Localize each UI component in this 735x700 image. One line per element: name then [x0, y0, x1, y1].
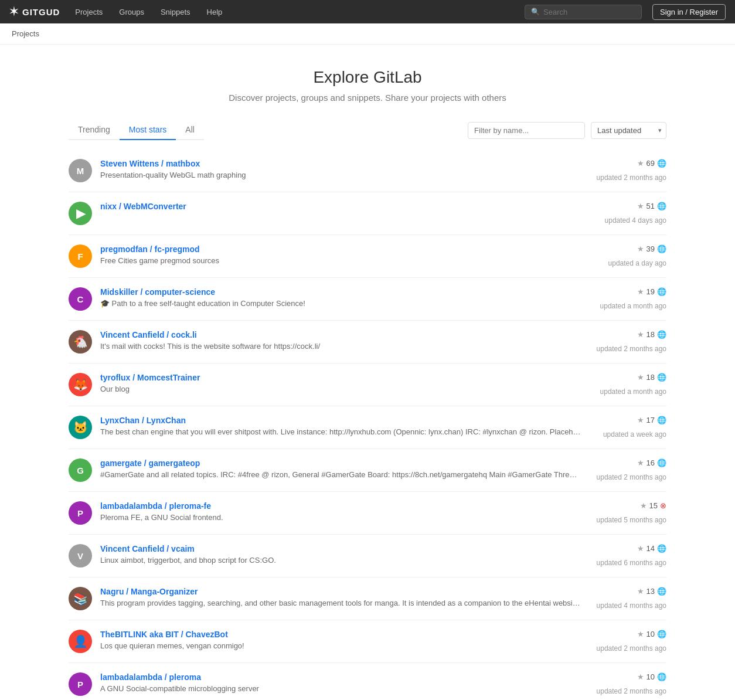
project-title[interactable]: lambadalambda / pleroma-fe — [100, 501, 211, 511]
stars-row: ★ 69 🌐 — [637, 159, 666, 168]
star-count: 17 — [646, 416, 655, 424]
tab-trending[interactable]: Trending — [69, 120, 120, 140]
project-info: Vincent Canfield / vcaim Linux aimbot, t… — [100, 544, 588, 566]
search-input[interactable] — [543, 8, 631, 16]
visibility-icon: 🌐 — [657, 244, 666, 253]
project-meta: ★ 69 🌐 updated 2 months ago — [597, 159, 666, 182]
visibility-icon: 🌐 — [657, 287, 666, 296]
project-title[interactable]: TheBITLINK aka BIT / ChavezBot — [100, 630, 228, 639]
updated-text: updated 2 months ago — [597, 644, 666, 653]
project-list: M Steven Wittens / mathbox Presentation-… — [57, 149, 678, 700]
updated-text: updated 6 months ago — [597, 559, 666, 567]
list-item: 📚 Nagru / Manga-Organizer This program p… — [69, 577, 666, 620]
star-icon: ★ — [637, 159, 644, 168]
project-title[interactable]: tyroflux / MomcestTrainer — [100, 373, 200, 382]
project-info: pregmodfan / fc-pregmod Free Cities game… — [100, 244, 600, 266]
star-count: 18 — [646, 373, 655, 382]
project-meta: ★ 51 🌐 updated 4 days ago — [605, 202, 666, 225]
project-meta: ★ 39 🌐 updated a day ago — [608, 244, 666, 267]
stars-row: ★ 51 🌐 — [637, 202, 666, 210]
updated-text: updated 2 months ago — [597, 345, 666, 353]
stars-row: ★ 16 🌐 — [637, 458, 666, 467]
project-info: tyroflux / MomcestTrainer Our blog — [100, 373, 592, 395]
brand-logo[interactable]: ✶ GITGUD — [9, 5, 60, 18]
project-title[interactable]: Steven Wittens / mathbox — [100, 159, 200, 168]
project-description: Our blog — [100, 384, 581, 395]
stars-row: ★ 10 🌐 — [637, 672, 666, 681]
project-description: Linux aimbot, triggerbot, and bhop scrip… — [100, 555, 581, 566]
signin-button[interactable]: Sign in / Register — [652, 4, 726, 20]
project-info: Midskiller / computer-science 🎓 Path to … — [100, 287, 592, 309]
avatar: 🐱 — [69, 416, 92, 439]
project-info: Steven Wittens / mathbox Presentation-qu… — [100, 159, 588, 181]
avatar: C — [69, 287, 92, 311]
updated-text: updated 4 months ago — [597, 602, 666, 610]
brand-name: GITGUD — [22, 7, 60, 17]
stars-row: ★ 14 🌐 — [637, 544, 666, 553]
updated-text: updated a month ago — [600, 302, 666, 310]
updated-text: updated 2 months ago — [597, 473, 666, 481]
nav-snippets[interactable]: Snippets — [155, 0, 196, 23]
project-meta: ★ 19 🌐 updated a month ago — [600, 287, 666, 310]
filter-controls: Last updated Name Most stars Oldest upda… — [468, 122, 666, 139]
navbar: ✶ GITGUD Projects Groups Snippets Help 🔍… — [0, 0, 735, 23]
list-item: C Midskiller / computer-science 🎓 Path t… — [69, 278, 666, 321]
tab-most-stars[interactable]: Most stars — [120, 120, 176, 140]
visibility-icon: 🌐 — [657, 587, 666, 596]
stars-row: ★ 39 🌐 — [637, 244, 666, 253]
star-icon: ★ — [640, 501, 647, 510]
breadcrumb-projects[interactable]: Projects — [12, 29, 39, 38]
avatar: P — [69, 501, 92, 525]
stars-row: ★ 17 🌐 — [637, 416, 666, 424]
list-item: ▶ nixx / WebMConverter ★ 51 🌐 updated 4 … — [69, 192, 666, 235]
nav-help[interactable]: Help — [201, 0, 229, 23]
project-meta: ★ 17 🌐 updated a week ago — [603, 416, 666, 439]
project-description: The best chan engine that you will ever … — [100, 427, 581, 437]
nav-projects[interactable]: Projects — [69, 0, 108, 23]
star-count: 39 — [646, 244, 655, 253]
nav-groups[interactable]: Groups — [113, 0, 150, 23]
tab-all[interactable]: All — [176, 120, 204, 140]
stars-row: ★ 13 🌐 — [637, 587, 666, 596]
star-count: 15 — [649, 501, 658, 510]
list-item: M Steven Wittens / mathbox Presentation-… — [69, 149, 666, 192]
star-count: 69 — [646, 159, 655, 168]
star-count: 19 — [646, 287, 655, 296]
project-description: Pleroma FE, a GNU Social frontend. — [100, 512, 581, 523]
avatar: ▶ — [69, 202, 92, 225]
star-icon: ★ — [637, 202, 644, 210]
avatar: M — [69, 159, 92, 182]
project-meta: ★ 10 🌐 updated 2 months ago — [597, 630, 666, 653]
visibility-icon: 🌐 — [657, 672, 666, 681]
project-title[interactable]: lambadalambda / pleroma — [100, 672, 201, 682]
project-title[interactable]: Vincent Canfield / cock.li — [100, 330, 197, 339]
list-item: F pregmodfan / fc-pregmod Free Cities ga… — [69, 235, 666, 278]
star-count: 18 — [646, 330, 655, 339]
filter-name-input[interactable] — [468, 122, 585, 139]
project-info: TheBITLINK aka BIT / ChavezBot Los que q… — [100, 630, 588, 651]
list-item: V Vincent Canfield / vcaim Linux aimbot,… — [69, 535, 666, 577]
star-icon: ★ — [637, 672, 644, 681]
avatar: F — [69, 244, 92, 268]
project-title[interactable]: LynxChan / LynxChan — [100, 416, 186, 425]
project-info: lambadalambda / pleroma-fe Pleroma FE, a… — [100, 501, 588, 523]
project-title[interactable]: nixx / WebMConverter — [100, 202, 186, 211]
project-info: Nagru / Manga-Organizer This program pro… — [100, 587, 588, 609]
project-title[interactable]: Nagru / Manga-Organizer — [100, 587, 198, 596]
star-icon: ★ — [637, 587, 644, 596]
list-item: 🦊 tyroflux / MomcestTrainer Our blog ★ 1… — [69, 363, 666, 406]
project-info: Vincent Canfield / cock.li It's mail wit… — [100, 330, 588, 352]
project-title[interactable]: gamergate / gamergateop — [100, 458, 200, 468]
updated-text: updated 4 days ago — [605, 216, 666, 225]
visibility-icon: 🌐 — [657, 159, 666, 168]
project-title[interactable]: Midskiller / computer-science — [100, 287, 215, 297]
project-title[interactable]: Vincent Canfield / vcaim — [100, 544, 195, 553]
visibility-icon: 🌐 — [657, 373, 666, 382]
star-count: 10 — [646, 672, 655, 681]
project-meta: ★ 18 🌐 updated 2 months ago — [597, 330, 666, 353]
updated-text: updated 5 months ago — [597, 516, 666, 524]
star-icon: ★ — [637, 544, 644, 553]
project-title[interactable]: pregmodfan / fc-pregmod — [100, 244, 200, 254]
sort-dropdown[interactable]: Last updated Name Most stars Oldest upda… — [591, 122, 666, 139]
avatar: 🐔 — [69, 330, 92, 354]
